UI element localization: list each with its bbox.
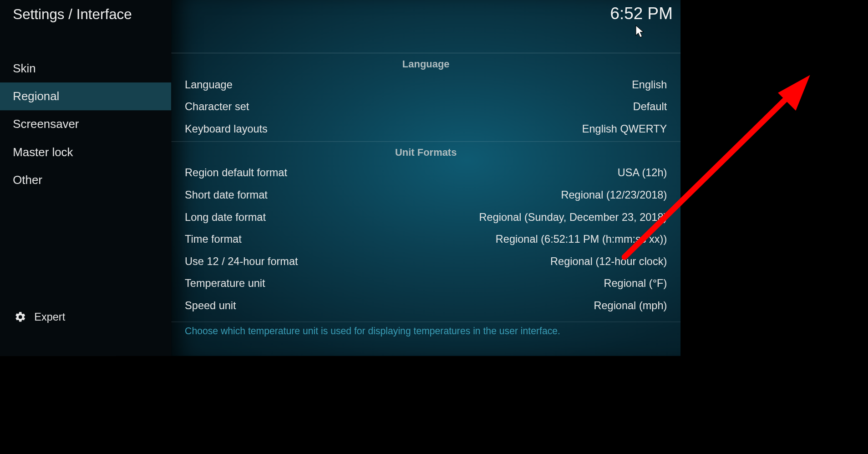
settings-level-label: Expert	[34, 311, 65, 323]
settings-level-toggle[interactable]: Expert	[0, 304, 171, 330]
setting-value: USA (12h)	[618, 167, 667, 179]
setting-row-keyboard-layouts[interactable]: Keyboard layouts English QWERTY	[171, 118, 680, 140]
setting-row-long-date-format[interactable]: Long date format Regional (Sunday, Decem…	[171, 206, 680, 228]
setting-value: Regional (Sunday, December 23, 2018)	[479, 211, 667, 223]
settings-panel: 6:52 PM Language Language English Charac…	[171, 0, 680, 356]
setting-label: Region default format	[185, 167, 287, 179]
setting-value: Regional (mph)	[594, 300, 667, 312]
group-header-unit-formats: Unit Formats	[171, 142, 680, 162]
setting-value: Regional (12/23/2018)	[561, 189, 667, 201]
settings-groups: Language Language English Character set …	[171, 54, 680, 323]
setting-row-time-format[interactable]: Time format Regional (6:52:11 PM (h:mm:s…	[171, 228, 680, 250]
cursor-icon	[635, 25, 645, 39]
svg-marker-1	[778, 75, 810, 111]
setting-label: Use 12 / 24-hour format	[185, 255, 298, 268]
setting-label: Keyboard layouts	[185, 123, 268, 135]
setting-row-language[interactable]: Language English	[171, 74, 680, 96]
setting-label: Short date format	[185, 189, 268, 201]
breadcrumb: Settings / Interface	[0, 0, 171, 33]
setting-value: English	[632, 78, 667, 91]
sidebar-item-regional[interactable]: Regional	[0, 82, 171, 110]
sidebar-item-master-lock[interactable]: Master lock	[0, 138, 171, 166]
setting-label: Temperature unit	[185, 277, 265, 290]
clock: 6:52 PM	[610, 4, 673, 23]
setting-value: Default	[633, 101, 667, 113]
gear-icon	[14, 311, 26, 323]
sidebar-item-label: Screensaver	[13, 117, 79, 131]
setting-label: Speed unit	[185, 300, 236, 312]
sidebar-item-other[interactable]: Other	[0, 166, 171, 194]
group-header-language: Language	[171, 54, 680, 74]
sidebar-item-label: Other	[13, 173, 42, 186]
settings-screen: Settings / Interface Skin Regional Scree…	[0, 0, 680, 356]
sidebar-item-label: Skin	[13, 62, 36, 75]
help-text: Choose which temperature unit is used fo…	[185, 326, 560, 337]
setting-value: Regional (6:52:11 PM (h:mm:ss xx))	[496, 233, 667, 245]
setting-row-character-set[interactable]: Character set Default	[171, 96, 680, 118]
help-bar: Choose which temperature unit is used fo…	[171, 321, 680, 351]
setting-value: Regional (12-hour clock)	[550, 255, 667, 268]
sidebar-item-skin[interactable]: Skin	[0, 55, 171, 82]
setting-row-short-date-format[interactable]: Short date format Regional (12/23/2018)	[171, 184, 680, 206]
setting-label: Character set	[185, 101, 249, 113]
settings-sidebar: Settings / Interface Skin Regional Scree…	[0, 0, 171, 356]
sidebar-item-screensaver[interactable]: Screensaver	[0, 110, 171, 138]
setting-row-temperature-unit[interactable]: Temperature unit Regional (°F)	[171, 272, 680, 295]
sidebar-item-label: Regional	[13, 90, 59, 103]
setting-label: Long date format	[185, 211, 266, 223]
sidebar-nav: Skin Regional Screensaver Master lock Ot…	[0, 55, 171, 194]
setting-row-speed-unit[interactable]: Speed unit Regional (mph)	[171, 295, 680, 317]
setting-row-region-default-format[interactable]: Region default format USA (12h)	[171, 162, 680, 184]
setting-label: Time format	[185, 233, 242, 245]
sidebar-item-label: Master lock	[13, 145, 73, 158]
setting-value: English QWERTY	[582, 123, 667, 135]
setting-value: Regional (°F)	[604, 277, 667, 290]
setting-row-hour-format[interactable]: Use 12 / 24-hour format Regional (12-hou…	[171, 250, 680, 273]
setting-label: Language	[185, 78, 233, 91]
